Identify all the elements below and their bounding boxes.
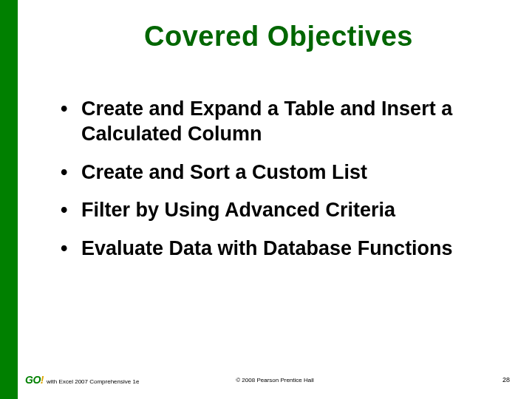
footer: GO! with Excel 2007 Comprehensive 1e © 2… (18, 374, 532, 386)
objectives-list: Create and Expand a Table and Insert a C… (55, 97, 502, 262)
logo-text: GO (25, 374, 41, 386)
list-item: Create and Sort a Custom List (61, 160, 502, 185)
footer-left-text: with Excel 2007 Comprehensive 1e (47, 378, 139, 385)
go-logo: GO! (25, 374, 44, 386)
list-item: Evaluate Data with Database Functions (61, 236, 502, 262)
list-item: Create and Expand a Table and Insert a C… (61, 97, 502, 147)
footer-left: GO! with Excel 2007 Comprehensive 1e (25, 374, 139, 386)
slide-title: Covered Objectives (55, 21, 502, 52)
page-number: 28 (502, 376, 510, 383)
list-item: Filter by Using Advanced Criteria (61, 198, 502, 223)
slide: Covered Objectives Create and Expand a T… (0, 0, 532, 399)
footer-center-text: © 2008 Pearson Prentice Hall (236, 377, 314, 383)
logo-bang: ! (41, 374, 44, 386)
